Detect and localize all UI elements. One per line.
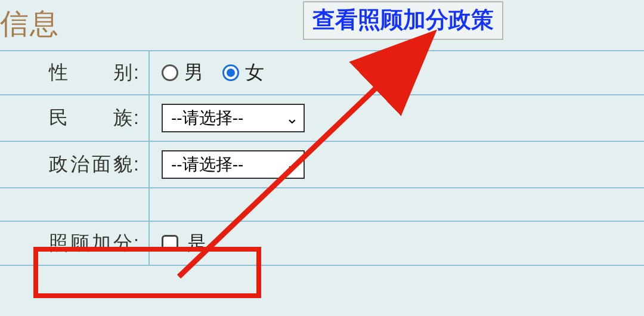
- view-bonus-policy-button[interactable]: 查看照顾加分政策: [303, 1, 503, 40]
- row-ethnicity: 民族: --请选择-- ⌄: [0, 95, 644, 141]
- row-bonus: 照顾加分: 是: [0, 221, 644, 265]
- radio-female[interactable]: [222, 64, 239, 81]
- label-political: 政治面貌:: [0, 141, 149, 188]
- radio-female-label: 女: [245, 60, 264, 86]
- row-political: 政治面貌: --请选择-- ⌄: [0, 141, 644, 188]
- label-bonus: 照顾加分:: [0, 221, 149, 265]
- political-select[interactable]: --请选择-- ⌄: [162, 150, 305, 179]
- radio-male[interactable]: [162, 64, 178, 81]
- gender-radio-group: 男 女: [162, 60, 632, 86]
- chevron-down-icon: ⌄: [286, 109, 299, 128]
- ethnicity-select[interactable]: --请选择-- ⌄: [162, 104, 305, 132]
- political-select-value: --请选择--: [171, 153, 243, 176]
- chevron-down-icon: ⌄: [286, 156, 299, 174]
- radio-male-label: 男: [184, 60, 203, 86]
- form-table: 性别: 男 女 民族: --请选择-- ⌄ 政治面貌: --请选择: [0, 50, 644, 266]
- bonus-checkbox-label: 是: [187, 232, 206, 253]
- row-spacer: [0, 188, 644, 221]
- row-gender: 性别: 男 女: [0, 51, 644, 95]
- bonus-checkbox[interactable]: [162, 235, 178, 252]
- label-ethnicity: 民族:: [0, 95, 149, 141]
- label-gender: 性别:: [0, 51, 149, 95]
- ethnicity-select-value: --请选择--: [171, 107, 243, 129]
